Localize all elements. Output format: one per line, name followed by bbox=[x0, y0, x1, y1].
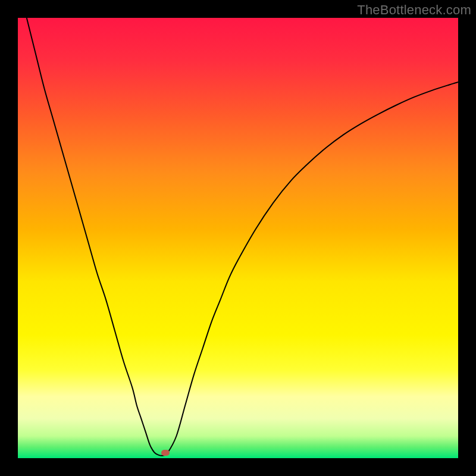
gradient-background bbox=[18, 18, 458, 458]
plot-area bbox=[18, 18, 458, 458]
plot-svg bbox=[18, 18, 458, 458]
watermark-label: TheBottleneck.com bbox=[357, 2, 471, 18]
optimal-point-marker bbox=[161, 450, 170, 456]
chart-frame: TheBottleneck.com bbox=[0, 0, 476, 476]
